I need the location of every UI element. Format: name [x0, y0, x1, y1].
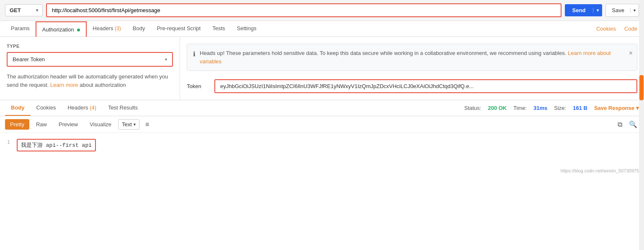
info-icon: ℹ	[193, 49, 196, 59]
tab-prerequest[interactable]: Pre-request Script	[151, 21, 206, 36]
tab-params[interactable]: Params	[5, 21, 36, 36]
auth-right-panel: ℹ Heads up! These parameters hold sensit…	[180, 37, 644, 100]
format-type-select[interactable]: Text ▾	[118, 119, 139, 130]
size-value: 161 B	[573, 105, 587, 111]
auth-left-panel: TYPE Bearer Token ▾ The authorization he…	[0, 37, 180, 100]
main-content: TYPE Bearer Token ▾ The authorization he…	[0, 37, 644, 100]
token-label: Token	[187, 83, 208, 89]
tab-settings[interactable]: Settings	[231, 21, 263, 36]
type-label: TYPE	[7, 44, 173, 49]
send-button[interactable]: Send ▾	[565, 4, 603, 16]
scrollbar[interactable]	[639, 0, 644, 175]
auth-description: The authorization header will be automat…	[7, 73, 173, 89]
response-tab-headers[interactable]: Headers (4)	[62, 100, 102, 116]
learn-more-link[interactable]: Learn more	[50, 82, 80, 88]
format-type-arrow: ▾	[134, 122, 136, 127]
info-banner-text: Heads up! These parameters hold sensitiv…	[200, 49, 631, 65]
body-format-actions: ⧉ 🔍	[616, 119, 639, 130]
save-response-button[interactable]: Save Response ▾	[594, 105, 639, 111]
tab-body[interactable]: Body	[127, 21, 151, 36]
watermark: https://blog.csdn.net/weixin_50730975	[0, 167, 644, 175]
body-format-bar: Pretty Raw Preview Visualize Text ▾ ≡ ⧉ …	[0, 116, 644, 133]
send-label: Send	[565, 7, 593, 13]
tab-headers[interactable]: Headers (3)	[87, 21, 126, 36]
format-preview[interactable]: Preview	[54, 119, 83, 130]
status-label: Status:	[464, 105, 481, 111]
copy-button[interactable]: ⧉	[616, 119, 624, 130]
type-select[interactable]: Bearer Token ▾	[7, 52, 173, 67]
url-input[interactable]	[46, 3, 562, 17]
tab-tests[interactable]: Tests	[206, 21, 231, 36]
headers-badge: (3)	[115, 26, 121, 31]
search-button[interactable]: 🔍	[627, 119, 639, 130]
send-arrow: ▾	[593, 8, 602, 13]
format-type-value: Text	[122, 121, 132, 128]
token-row: Token	[187, 79, 637, 93]
wrap-icon[interactable]: ≡	[144, 119, 151, 130]
code-link[interactable]: Code	[623, 21, 639, 36]
response-tab-cookies[interactable]: Cookies	[31, 100, 62, 116]
response-headers-badge: (4)	[90, 104, 96, 111]
auth-dot	[77, 29, 80, 31]
url-bar: GET ▾ Send ▾ Save ▾	[0, 0, 644, 21]
tab-bar-right: Cookies Code	[595, 21, 639, 36]
save-arrow-btn: ▾	[630, 8, 639, 13]
size-label: Size:	[554, 105, 566, 111]
save-button[interactable]: Save ▾	[605, 4, 639, 17]
type-arrow: ▾	[165, 57, 167, 62]
status-value: 200 OK	[488, 105, 507, 111]
response-section: Body Cookies Headers (4) Test Results St…	[0, 100, 644, 175]
time-label: Time:	[513, 105, 527, 111]
type-value: Bearer Token	[13, 56, 45, 62]
line-number-1: 1	[0, 139, 17, 145]
request-tab-bar: Params Authorization Headers (3) Body Pr…	[0, 21, 644, 37]
response-status-area: Status: 200 OK Time: 31ms Size: 161 B Sa…	[464, 105, 639, 111]
tab-authorization[interactable]: Authorization	[36, 21, 87, 37]
method-label: GET	[10, 7, 21, 13]
response-tab-body[interactable]: Body	[5, 100, 31, 116]
format-raw[interactable]: Raw	[31, 119, 52, 130]
info-banner: ℹ Heads up! These parameters hold sensit…	[187, 44, 637, 71]
save-label: Save	[606, 7, 630, 13]
format-pretty[interactable]: Pretty	[5, 119, 29, 130]
response-code-area: 1 我是下游 api--first api	[0, 133, 644, 167]
time-value: 31ms	[533, 105, 547, 111]
cookies-link[interactable]: Cookies	[595, 21, 618, 36]
format-visualize[interactable]: Visualize	[85, 119, 116, 130]
response-tab-bar: Body Cookies Headers (4) Test Results St…	[0, 100, 644, 116]
method-arrow: ▾	[36, 8, 38, 13]
token-input[interactable]	[214, 79, 637, 93]
method-select[interactable]: GET ▾	[5, 4, 43, 16]
scrollbar-thumb[interactable]	[639, 75, 644, 100]
banner-close-button[interactable]: ×	[629, 48, 633, 58]
code-line-1: 1 我是下游 api--first api	[0, 138, 644, 152]
response-tab-test-results[interactable]: Test Results	[102, 100, 144, 116]
code-content-1: 我是下游 api--first api	[17, 139, 96, 151]
